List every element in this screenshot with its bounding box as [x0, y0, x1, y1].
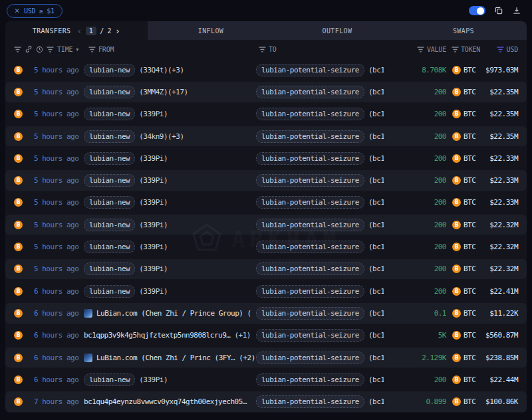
- table-row[interactable]: B 5 hours ago lubian-new (33Q4t)(+3) lub…: [5, 60, 527, 80]
- table-row[interactable]: B 6 hours ago LuBian.com (Chen Zhi / Pri…: [5, 348, 527, 368]
- btc-icon: B: [14, 375, 23, 384]
- to-entity-pill[interactable]: lubian-potential-seizure: [256, 285, 364, 298]
- from-cell: lubian-new (339Pi): [78, 262, 256, 275]
- from-entity-pill[interactable]: lubian-new: [84, 196, 135, 209]
- transfer-time[interactable]: 5 hours ago: [23, 154, 78, 163]
- table-row[interactable]: B 5 hours ago lubian-new (339Pi) lubian-…: [5, 237, 527, 257]
- download-icon[interactable]: [512, 6, 521, 15]
- to-entity-pill[interactable]: lubian-potential-seizure: [256, 130, 364, 143]
- to-entity-pill[interactable]: lubian-potential-seizure: [256, 64, 364, 76]
- to-suffix: (bc1qv): [368, 243, 384, 251]
- transfer-time[interactable]: 5 hours ago: [23, 243, 78, 251]
- tab-transfers[interactable]: TRANSFERS ‹ 1 / 2 ›: [5, 21, 148, 40]
- clock-icon[interactable]: [36, 46, 43, 53]
- transfer-time[interactable]: 5 hours ago: [23, 88, 78, 96]
- from-entity-pill[interactable]: lubian-new: [84, 373, 135, 386]
- from-entity-pill[interactable]: lubian-new: [84, 130, 135, 143]
- transfer-time[interactable]: 5 hours ago: [23, 66, 78, 74]
- transfer-time[interactable]: 7 hours ago: [23, 397, 78, 406]
- from-address-text[interactable]: LuBian.com (Chen Zhi / Prince Group) (: [96, 309, 251, 318]
- transfer-time[interactable]: 5 hours ago: [23, 110, 78, 118]
- from-entity-pill[interactable]: lubian-new: [84, 152, 135, 165]
- filter-icon[interactable]: [14, 47, 21, 52]
- next-page-chevron-icon[interactable]: ›: [115, 26, 120, 36]
- transfer-time[interactable]: 5 hours ago: [23, 221, 78, 229]
- table-row[interactable]: B 5 hours ago lubian-new (339Pi) lubian-…: [5, 104, 527, 124]
- from-entity-pill[interactable]: lubian-new: [84, 219, 135, 231]
- to-entity-pill[interactable]: lubian-potential-seizure: [256, 108, 364, 120]
- header-token[interactable]: TOKEN: [461, 46, 480, 53]
- table-row[interactable]: B 7 hours ago bc1qu4p4eynzu8vwwcv0yxq74g…: [5, 391, 527, 411]
- tab-inflow[interactable]: INFLOW: [148, 21, 274, 40]
- header-to[interactable]: TO: [269, 46, 277, 53]
- transfer-time[interactable]: 6 hours ago: [23, 287, 78, 296]
- table-row[interactable]: B 5 hours ago lubian-new (34kn9)(+3) lub…: [5, 126, 527, 146]
- tab-swaps[interactable]: SWAPS: [400, 21, 527, 40]
- table-row[interactable]: B 5 hours ago lubian-new (339Pi) lubian-…: [5, 259, 527, 279]
- header-time-group: TIME ▾: [5, 45, 78, 53]
- table-row[interactable]: B 5 hours ago lubian-new (339Pi) lubian-…: [5, 170, 527, 190]
- to-entity-pill[interactable]: lubian-potential-seizure: [256, 219, 364, 231]
- transfer-time[interactable]: 6 hours ago: [23, 309, 78, 318]
- header-value[interactable]: VALUE: [427, 46, 446, 53]
- transfer-time[interactable]: 5 hours ago: [23, 198, 78, 207]
- prev-page-chevron-icon[interactable]: ‹: [77, 26, 82, 36]
- from-entity-pill[interactable]: lubian-new: [84, 64, 135, 76]
- usd-filter-chip[interactable]: × USD ≥ $1: [7, 4, 63, 18]
- table-row[interactable]: B 5 hours ago lubian-new (339Pi) lubian-…: [5, 193, 527, 213]
- to-entity-pill[interactable]: lubian-potential-seizure: [256, 262, 364, 275]
- from-address-text[interactable]: LuBian.com (Chen Zhi / Princ (3FY… (+2): [96, 354, 255, 362]
- from-address-text[interactable]: bc1qpp3v9k4g5hqjfztextp5nn9808lcru9…: [84, 331, 230, 340]
- table-row[interactable]: B 6 hours ago lubian-new (339Pi) lubian-…: [5, 281, 527, 301]
- close-icon[interactable]: ×: [15, 7, 19, 15]
- to-cell: lubian-potential-seizure (bc1qv): [256, 108, 384, 120]
- transfer-time[interactable]: 5 hours ago: [23, 264, 78, 273]
- usd-cell: $22.33M: [482, 154, 527, 163]
- table-row[interactable]: B 5 hours ago lubian-new (339Pi) lubian-…: [5, 148, 527, 168]
- btc-icon: B: [452, 176, 461, 185]
- to-entity-pill[interactable]: lubian-potential-seizure: [256, 152, 364, 165]
- to-entity-pill[interactable]: lubian-potential-seizure: [256, 307, 364, 320]
- filter-icon-active[interactable]: [497, 47, 504, 52]
- from-entity-pill[interactable]: lubian-new: [84, 108, 135, 120]
- transfer-time[interactable]: 5 hours ago: [23, 132, 78, 141]
- transfer-time[interactable]: 6 hours ago: [23, 375, 78, 384]
- filter-icon[interactable]: [259, 47, 266, 52]
- table-row[interactable]: B 5 hours ago lubian-new (339Pi) lubian-…: [5, 215, 527, 235]
- header-from[interactable]: FROM: [98, 46, 114, 53]
- to-entity-pill[interactable]: lubian-potential-seizure: [256, 352, 364, 364]
- filter-icon[interactable]: [47, 47, 54, 52]
- table-row[interactable]: B 6 hours ago lubian-new (339Pi) lubian-…: [5, 369, 527, 389]
- from-suffix: (339Pi): [139, 287, 168, 296]
- filter-icon[interactable]: [417, 47, 424, 52]
- copy-icon[interactable]: [494, 6, 503, 15]
- table-row[interactable]: B 6 hours ago bc1qpp3v9k4g5hqjfztextp5nn…: [5, 326, 527, 346]
- filter-icon[interactable]: [452, 47, 459, 52]
- header-usd[interactable]: USD: [507, 46, 518, 53]
- to-entity-pill[interactable]: lubian-potential-seizure: [256, 241, 364, 253]
- transfer-time[interactable]: 5 hours ago: [23, 176, 78, 185]
- tab-outflow[interactable]: OUTFLOW: [274, 21, 400, 40]
- to-entity-pill[interactable]: lubian-potential-seizure: [256, 373, 364, 386]
- table-row[interactable]: B 6 hours ago LuBian.com (Chen Zhi / Pri…: [5, 303, 527, 323]
- from-address-text[interactable]: bc1qu4p4eynzu8vwwcv0yxq74gth00exjyech05…: [84, 397, 247, 406]
- top-right-controls: [469, 6, 521, 15]
- from-entity-pill[interactable]: lubian-new: [84, 174, 135, 187]
- table-row[interactable]: B 5 hours ago lubian-new (3MM4Z)(+17) lu…: [5, 82, 527, 102]
- transfer-time[interactable]: 6 hours ago: [23, 331, 78, 340]
- filter-icon[interactable]: [88, 47, 96, 52]
- link-icon[interactable]: [25, 45, 33, 53]
- to-entity-pill[interactable]: lubian-potential-seizure: [256, 395, 364, 408]
- header-time[interactable]: TIME: [57, 46, 72, 53]
- to-entity-pill[interactable]: lubian-potential-seizure: [256, 174, 364, 187]
- to-entity-pill[interactable]: lubian-potential-seizure: [256, 196, 364, 209]
- from-entity-pill[interactable]: lubian-new: [84, 86, 135, 98]
- from-entity-pill[interactable]: lubian-new: [84, 241, 135, 253]
- to-entity-pill[interactable]: lubian-potential-seizure: [256, 329, 364, 342]
- from-entity-pill[interactable]: lubian-new: [84, 262, 135, 275]
- transfer-time[interactable]: 6 hours ago: [23, 354, 78, 362]
- to-entity-pill[interactable]: lubian-potential-seizure: [256, 86, 364, 98]
- from-entity-pill[interactable]: lubian-new: [84, 285, 135, 298]
- usd-toggle[interactable]: [469, 6, 485, 15]
- token-symbol: BTC: [464, 397, 475, 406]
